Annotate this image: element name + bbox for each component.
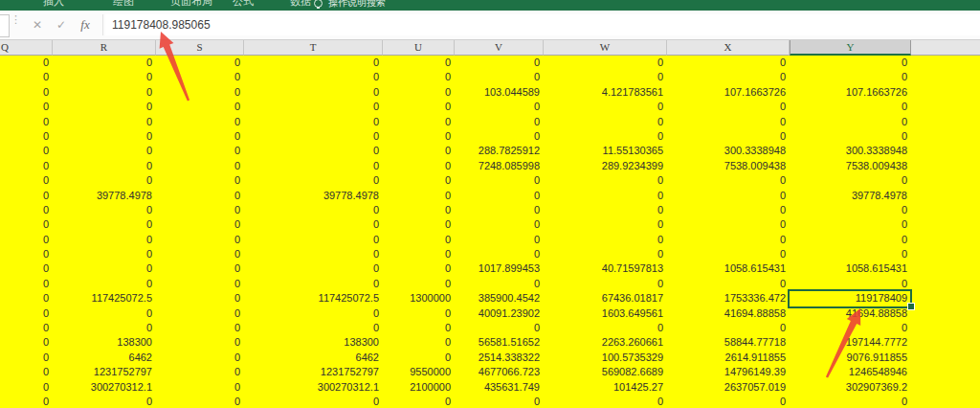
cell[interactable]: 0 [455,173,544,188]
cell[interactable]: 0 [790,203,911,217]
cell[interactable] [911,217,980,232]
cell[interactable]: 0 [0,247,53,261]
cell[interactable]: 0 [0,335,53,350]
cell[interactable]: 6462 [53,351,156,365]
cell[interactable]: 0 [0,85,53,100]
cell[interactable]: 4.121783561 [544,85,667,100]
cell[interactable]: 300.3338948 [667,144,790,158]
cell[interactable]: 0 [244,321,383,335]
cell[interactable]: 0 [667,277,790,291]
cell[interactable]: 0 [667,321,790,335]
cell[interactable]: 0 [383,144,455,158]
cell[interactable] [911,100,980,114]
cell[interactable]: 0 [156,335,244,350]
cell[interactable]: 0 [0,129,53,144]
cell[interactable]: 0 [244,129,383,144]
cell[interactable]: 0 [244,144,383,158]
cell[interactable]: 0 [53,100,156,114]
cell[interactable] [911,159,980,173]
cell[interactable]: 0 [455,321,544,335]
cell[interactable]: 0 [244,70,383,84]
cell[interactable]: 58844.77718 [667,335,790,350]
cell[interactable]: 0 [156,233,244,247]
ribbon-tab-插入[interactable]: 插入 [43,0,64,10]
cell[interactable]: 0 [383,351,455,365]
cell[interactable]: 0 [544,129,667,144]
cell[interactable]: 0 [790,247,911,261]
cell[interactable]: 0 [455,203,544,217]
column-header-R[interactable]: R [53,39,156,56]
cell[interactable]: 0 [0,144,53,158]
cell[interactable]: 0 [790,115,911,129]
cell[interactable]: 1017.899453 [455,261,544,276]
cell[interactable]: 0 [244,247,383,261]
cell[interactable]: 0 [244,261,383,276]
cell[interactable]: 0 [0,70,53,84]
cell[interactable]: 0 [455,56,544,70]
fill-handle[interactable] [907,303,915,310]
cell[interactable]: 0 [0,277,53,291]
cell[interactable]: 0 [156,365,244,379]
cell[interactable]: 0 [0,159,53,173]
cell[interactable] [911,277,980,291]
cell[interactable]: 2637057.019 [667,380,790,395]
cell[interactable]: 0 [455,129,544,144]
cell[interactable]: 0 [544,70,667,84]
cell[interactable]: 0 [667,100,790,114]
cell[interactable]: 0 [53,85,156,100]
cell[interactable]: 0 [455,100,544,114]
cell[interactable]: 14796149.39 [667,365,790,379]
cell[interactable]: 197144.7772 [790,335,911,350]
cell[interactable]: 103.044589 [455,85,544,100]
cell[interactable]: 1058.615431 [667,261,790,276]
cell[interactable]: 0 [790,217,911,232]
cell[interactable]: 0 [544,321,667,335]
formula-bar-gripper[interactable]: ⋮ [11,17,14,33]
cell[interactable]: 0 [383,115,455,129]
cell[interactable]: 2614.911855 [667,351,790,365]
cell[interactable]: 138300 [53,335,156,350]
cell[interactable]: 0 [790,321,911,335]
column-header-blank[interactable] [911,39,980,56]
cell[interactable]: 0 [53,115,156,129]
cell[interactable]: 0 [53,70,156,84]
cell[interactable]: 0 [544,173,667,188]
selected-cell-border[interactable] [788,289,912,307]
cell[interactable]: 0 [53,144,156,158]
cell[interactable]: 0 [0,100,53,114]
column-header-V[interactable]: V [455,39,544,56]
column-header-W[interactable]: W [544,39,667,56]
cell[interactable]: 0 [383,247,455,261]
cell[interactable]: 0 [53,56,156,70]
cell[interactable]: 0 [0,351,53,365]
cell[interactable]: 0 [156,56,244,70]
cell[interactable]: 0 [0,173,53,188]
cell[interactable]: 0 [0,233,53,247]
cell[interactable]: 40.71597813 [544,261,667,276]
cell[interactable]: 56581.51652 [455,335,544,350]
cell[interactable]: 0 [156,261,244,276]
cell[interactable] [911,56,980,70]
cell[interactable]: 0 [156,144,244,158]
cell[interactable]: 41694.88858 [790,306,911,321]
cell[interactable]: 0 [544,247,667,261]
cell[interactable]: 0 [383,129,455,144]
cell[interactable]: 0 [156,115,244,129]
cell[interactable]: 0 [383,306,455,321]
ribbon-tab-数据[interactable]: 数据 [290,0,311,10]
cell[interactable]: 0 [156,85,244,100]
cell[interactable]: 0 [53,129,156,144]
cell[interactable]: 0 [383,85,455,100]
cell[interactable]: 40091.23902 [455,306,544,321]
cell[interactable]: 0 [156,159,244,173]
cell[interactable]: 0 [53,233,156,247]
cell[interactable]: 0 [790,70,911,84]
cell[interactable]: 0 [0,115,53,129]
cell[interactable] [911,321,980,335]
cell[interactable]: 1603.649561 [544,306,667,321]
cell[interactable]: 0 [156,291,244,306]
cell[interactable]: 0 [53,247,156,261]
cell[interactable]: 0 [0,321,53,335]
cell[interactable]: 0 [156,306,244,321]
cell[interactable]: 0 [156,247,244,261]
